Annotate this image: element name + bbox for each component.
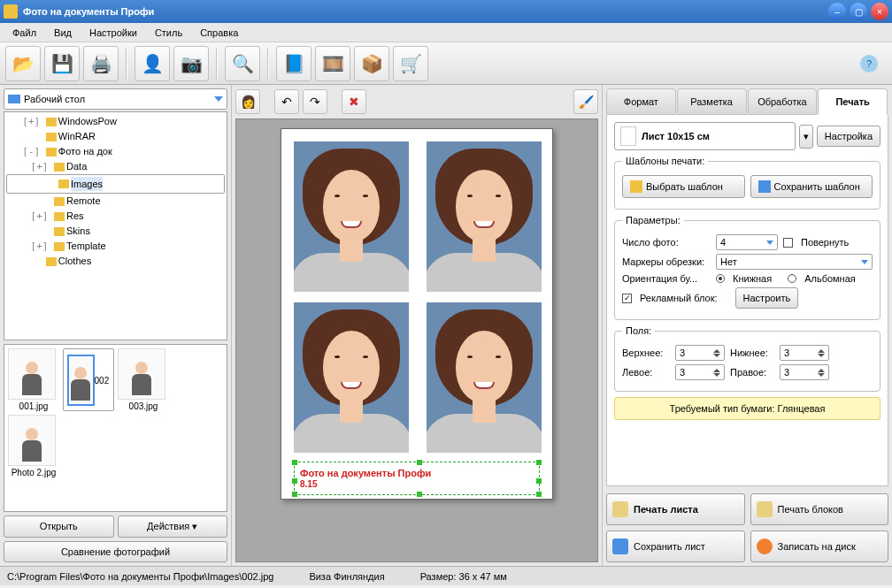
templates-group: Шаблоны печати: Выбрать шаблон Сохранить… [614, 156, 880, 210]
margin-left-spin[interactable]: 3 [675, 364, 725, 380]
tree-node[interactable]: [+] WindowsPow [6, 114, 225, 129]
save-icon [612, 538, 628, 554]
tab-print[interactable]: Печать [818, 88, 888, 115]
tree-node[interactable]: Remote [6, 194, 225, 209]
tree-node[interactable]: WinRAR [6, 129, 225, 144]
tree-node[interactable]: [+] Res [6, 209, 225, 224]
margin-right-spin[interactable]: 3 [780, 364, 829, 380]
main-toolbar: 📂 💾 🖨️ 👤 📷 🔍 📘 🎞️ 📦 🛒 ? [0, 42, 892, 85]
margin-bottom-spin[interactable]: 3 [780, 345, 829, 361]
save-sheet-button[interactable]: Сохранить лист [606, 531, 745, 562]
photo-slot[interactable] [294, 141, 409, 292]
thumbnail[interactable]: 002.jpg [63, 348, 114, 411]
disk-icon [757, 538, 773, 554]
portrait-icon[interactable]: 👩 [235, 89, 260, 114]
film-icon[interactable]: 🎞️ [315, 46, 350, 81]
watermark-block[interactable]: Фото на документы Профи 8.15 [294, 462, 540, 495]
print-blocks-button[interactable]: Печать блоков [750, 493, 889, 525]
params-legend: Параметры: [622, 215, 684, 225]
templates-legend: Шаблоны печати: [622, 156, 708, 166]
folder-name: Рабочий стол [24, 94, 85, 104]
brush-icon[interactable]: 🖌️ [573, 89, 598, 114]
choose-template-button[interactable]: Выбрать шаблон [622, 175, 745, 198]
center-panel: 👩 ↶ ↷ ✖ 🖌️ Фото на документы Профи 8.15 [232, 85, 602, 566]
status-size: Размер: 36 x 47 мм [420, 571, 507, 582]
maximize-button[interactable]: ▢ [850, 3, 867, 20]
save-icon[interactable]: 💾 [44, 46, 80, 81]
book-icon[interactable]: 📘 [276, 46, 311, 81]
margin-left-label: Левое: [622, 367, 670, 378]
camera-icon[interactable]: 📷 [173, 46, 209, 81]
chevron-down-icon [214, 96, 223, 102]
photo-count-select[interactable]: 4 [716, 234, 778, 250]
photo-slot[interactable] [427, 141, 542, 292]
rotate-right-icon[interactable]: ↷ [303, 89, 327, 114]
help-icon[interactable]: ? [860, 55, 878, 73]
window-title: Фото на документы Профи [23, 6, 825, 17]
print-icon[interactable]: 🖨️ [83, 46, 119, 81]
margin-top-spin[interactable]: 3 [675, 345, 725, 361]
orientation-label: Ориентация бу... [622, 273, 711, 284]
watermark-text: Фото на документы Профи [300, 468, 431, 478]
rotate-checkbox[interactable] [783, 238, 793, 248]
canvas[interactable]: Фото на документы Профи 8.15 [235, 118, 598, 562]
menu-file[interactable]: Файл [4, 25, 45, 41]
status-path: C:\Program Files\Фото на документы Профи… [7, 571, 273, 582]
status-preset: Виза Финляндия [309, 571, 384, 582]
open-button[interactable]: Открыть [4, 515, 114, 538]
rotate-left-icon[interactable]: ↶ [274, 89, 299, 114]
photo-slot[interactable] [294, 302, 409, 453]
printer-icon [757, 501, 773, 517]
sheet-dropdown-arrow[interactable]: ▾ [799, 125, 813, 149]
thumbnail[interactable]: 001.jpg [8, 348, 59, 411]
parameters-group: Параметры: Число фото: 4 Повернуть Марке… [614, 215, 880, 320]
tab-format[interactable]: Формат [606, 88, 676, 115]
tree-node[interactable]: [+] Data [6, 159, 225, 174]
crop-markers-select[interactable]: Нет [716, 254, 873, 270]
menu-bar: Файл Вид Настройки Стиль Справка [0, 23, 892, 42]
app-icon [4, 4, 18, 19]
margin-right-label: Правое: [730, 367, 774, 378]
sheet-settings-button[interactable]: Настройка [817, 126, 880, 147]
print-sheet-button[interactable]: Печать листа [606, 493, 745, 525]
zoom-icon[interactable]: 🔍 [225, 46, 260, 81]
tree-node[interactable]: [+] Template [6, 239, 225, 254]
paper-type-notice: Требуемый тип бумаги: Глянцевая [614, 397, 880, 420]
delete-icon[interactable]: ✖ [342, 89, 366, 114]
sheet-size-dropdown[interactable]: Лист 10x15 см [614, 122, 796, 150]
tree-node[interactable]: Images [6, 174, 225, 194]
watermark-version: 8.15 [300, 479, 317, 489]
ad-block-checkbox[interactable] [622, 294, 632, 303]
configure-ad-button[interactable]: Настроить [735, 287, 799, 309]
thumbnail-grid: 001.jpg002.jpg003.jpgPhoto 2.jpg [4, 344, 227, 512]
menu-settings[interactable]: Настройки [81, 25, 146, 41]
cart-icon[interactable]: 🛒 [393, 46, 428, 81]
close-button[interactable]: × [871, 3, 888, 20]
tab-processing[interactable]: Обработка [748, 88, 818, 115]
menu-view[interactable]: Вид [45, 25, 81, 41]
minimize-button[interactable]: – [828, 3, 846, 20]
box-icon[interactable]: 📦 [354, 46, 389, 81]
face-detect-icon[interactable]: 👤 [135, 46, 170, 81]
tree-node[interactable]: Skins [6, 224, 225, 239]
tab-bar: Формат Разметка Обработка Печать [606, 88, 888, 115]
tab-content: Лист 10x15 см ▾ Настройка Шаблоны печати… [606, 115, 888, 486]
thumbnail[interactable]: Photo 2.jpg [8, 415, 59, 477]
thumbnail[interactable]: 003.jpg [118, 348, 169, 411]
menu-help[interactable]: Справка [191, 25, 247, 41]
menu-style[interactable]: Стиль [146, 25, 191, 41]
folder-tree[interactable]: [+] WindowsPow WinRAR [-] Фото на док [+… [4, 111, 227, 340]
title-bar: Фото на документы Профи – ▢ × [0, 0, 892, 23]
compare-button[interactable]: Сравнение фотографий [4, 541, 227, 562]
folder-dropdown[interactable]: Рабочий стол [4, 88, 227, 110]
tree-node[interactable]: Clothes [6, 254, 225, 269]
burn-disk-button[interactable]: Записать на диск [750, 531, 889, 562]
portrait-radio[interactable] [716, 274, 725, 283]
tab-layout[interactable]: Разметка [677, 88, 747, 115]
open-folder-icon[interactable]: 📂 [5, 46, 41, 81]
landscape-radio[interactable] [788, 274, 796, 283]
photo-slot[interactable] [427, 302, 542, 453]
save-template-button[interactable]: Сохранить шаблон [750, 175, 873, 198]
tree-node[interactable]: [-] Фото на док [6, 144, 225, 159]
actions-button[interactable]: Действия ▾ [118, 515, 228, 538]
